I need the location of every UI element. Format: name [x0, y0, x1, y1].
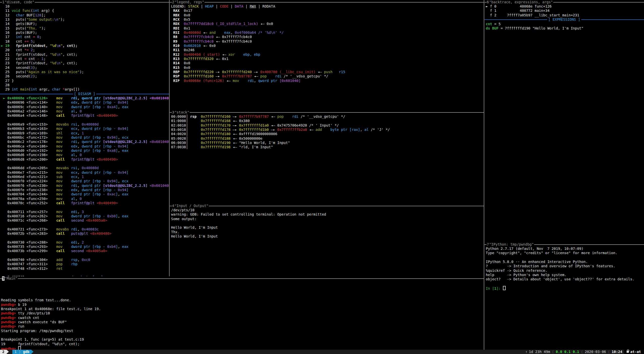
disasm-section-header: [ DISASM ] [0, 92, 169, 96]
pane-title-disasm-code: 1"disasm, code" [0, 0, 169, 4]
pane-legend-regs[interactable]: 2"legend, regs" LEGEND: STACK | HEAP | C… [170, 0, 484, 110]
pane-title-text: "Main" [5, 276, 18, 281]
pane-title-backtrace: 6"backtrace, expressions, args" [485, 0, 644, 4]
pane-number-active: 5 [2, 276, 5, 281]
pane-ipython[interactable]: 7"IPython: tmp/pwndbg" Python 2.7.17 (de… [485, 242, 644, 350]
status-clock: 10:24 [612, 350, 622, 354]
pane-title-text: "IPython: tmp/pwndbg" [489, 242, 534, 247]
status-left: 2 1 ⟩ gdb [0, 350, 34, 354]
pane-number: 2 [172, 0, 174, 4]
window-separator-icon: ⟩ [17, 350, 23, 354]
pane-number: 1 [2, 0, 5, 4]
pane-stack[interactable]: 3"stack" 00:0000│ rsp 0x7fffffffd160 —▸ … [170, 110, 484, 204]
disasm-section-label: [ DISASM ] [73, 92, 96, 96]
pane-number: 6 [487, 0, 489, 4]
pane-title-main: 5"Main" [0, 276, 484, 281]
pane-title-text: "stack" [174, 110, 190, 114]
status-separator-icon: ⟨ [579, 350, 585, 354]
status-separator-icon: ⟨ [550, 350, 556, 354]
pane-divider-vertical-right[interactable] [484, 0, 484, 350]
hostname-segment: at-at [624, 350, 644, 354]
pane-title-stack: 3"stack" [170, 110, 484, 114]
powerline-arrow-icon [31, 350, 34, 354]
pane-title-text: "backtrace, expressions, args" [489, 0, 553, 4]
pane-main[interactable]: 5"Main" Reading symbols from test...done… [0, 276, 484, 350]
pane-title-text: "legend, regs" [174, 0, 205, 4]
pane-number: 4 [172, 204, 174, 208]
pane-number: 3 [172, 110, 174, 114]
lock-icon [627, 351, 629, 353]
load-average: 0.0 0.1 0.1 [556, 350, 579, 354]
tmux-screen: 1"disasm, code" 10 11 void func(int arg)… [0, 0, 644, 354]
pane-title-ipython: 7"IPython: tmp/pwndbg" [485, 242, 644, 247]
window-name: gdb [23, 350, 29, 354]
gdb-console[interactable]: Reading symbols from test...done.pwndbg>… [1, 281, 101, 350]
expressions-section-label: [ EXPRESSIONS ] [547, 17, 581, 22]
pane-disasm-code[interactable]: 1"disasm, code" 10 11 void func(int arg)… [0, 0, 169, 276]
expressions-listing: cnt = 5ds BUF = 7fffffffd190 "Hello Worl… [486, 22, 584, 31]
pane-title-text: "disasm, code" [5, 0, 35, 4]
uptime-text: 1d 23h 49m [529, 350, 550, 354]
stack-listing: 00:0000│ rsp 0x7fffffffd160 —▸ 0x7ffff7b… [171, 114, 390, 150]
ipython-console[interactable]: Python 2.7.17 (default, Nov 7 2019, 10:0… [486, 247, 634, 290]
pane-title-text: "Input / Output" [174, 204, 209, 208]
backtrace-listing: ► f 0 40068e func+126 f 1 400772 main+34… [486, 4, 579, 17]
session-badge[interactable]: 2 [0, 350, 7, 354]
program-output: /dev/pts/10warning: GDB: Failed to set c… [171, 208, 326, 239]
pane-backtrace[interactable]: 6"backtrace, expressions, args" ► f 0 40… [485, 0, 644, 242]
status-date: 2020-03-06 [585, 350, 606, 354]
window-tab-gdb[interactable]: 1 ⟩ gdb [12, 350, 31, 354]
registers-listing: LEGEND: STACK | HEAP | CODE | DATA | RWX… [171, 4, 345, 83]
uptime-arrow-icon: ↑ [525, 350, 529, 354]
pane-title-io: 4"Input / Output" [170, 204, 484, 208]
expressions-section-header: [ EXPRESSIONS ] [485, 17, 644, 22]
status-right: ↑ 1d 23h 49m ⟨ 0.0 0.1 0.1 ⟨ 2020-03-06 … [525, 350, 644, 354]
source-code-listing: 10 11 void func(int arg) { 12 char BUF[1… [1, 4, 84, 92]
status-separator-icon: ⟨ [606, 350, 611, 354]
pane-number: 7 [487, 242, 489, 247]
tmux-status-bar: 2 1 ⟩ gdb ↑ 1d 23h 49m ⟨ 0.0 0.1 0.1 ⟨ 2… [0, 350, 644, 354]
pane-title-legend-regs: 2"legend, regs" [170, 0, 484, 4]
pane-divider-vertical-left[interactable] [169, 0, 170, 276]
hostname-text: at-at [630, 350, 641, 354]
disassembly-listing: ► 0x40068e <func+126> mov rdi, qword ptr… [1, 96, 169, 276]
powerline-arrow-icon [7, 350, 9, 354]
pane-io[interactable]: 4"Input / Output" /dev/pts/10warning: GD… [170, 204, 484, 276]
window-index: 1 [14, 350, 16, 354]
